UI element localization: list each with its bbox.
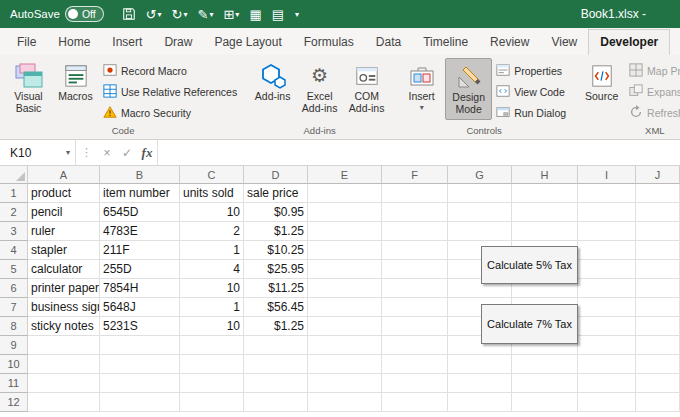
tab-page-layout[interactable]: Page Layout (203, 30, 292, 55)
insert-dropdown-icon[interactable]: ▾ (420, 103, 424, 112)
cell-D9[interactable] (244, 336, 308, 355)
column-header-H[interactable]: H (512, 166, 578, 184)
cell-J7[interactable] (636, 298, 680, 317)
cell-F7[interactable] (382, 298, 448, 317)
cell-C6[interactable]: 10 (180, 279, 244, 298)
view-code-button[interactable]: View Code (494, 83, 568, 100)
insert-control-button[interactable]: Insert ▾ (398, 58, 445, 120)
cell-E12[interactable] (308, 393, 382, 412)
cell-J3[interactable] (636, 222, 680, 241)
cell-D5[interactable]: $25.95 (244, 260, 308, 279)
column-header-F[interactable]: F (382, 166, 448, 184)
cell-F1[interactable] (382, 184, 448, 203)
cell-A5[interactable]: calculator (28, 260, 100, 279)
cell-G1[interactable] (448, 184, 512, 203)
cell-I8[interactable] (578, 317, 636, 336)
add-ins-button[interactable]: Add-ins (249, 58, 296, 120)
pen-icon[interactable]: ✎▾ (194, 3, 218, 25)
excel-add-ins-button[interactable]: ⚙ Excel Add-ins (296, 58, 343, 120)
cell-A6[interactable]: printer paper (28, 279, 100, 298)
cell-H3[interactable] (512, 222, 578, 241)
tab-timeline[interactable]: Timeline (412, 30, 479, 55)
cell-H10[interactable] (512, 355, 578, 374)
cell-C5[interactable]: 4 (180, 260, 244, 279)
row-header-11[interactable]: 11 (0, 374, 28, 393)
cell-F8[interactable] (382, 317, 448, 336)
cell-B7[interactable]: 5648J (100, 298, 180, 317)
cell-J6[interactable] (636, 279, 680, 298)
cell-A2[interactable]: pencil (28, 203, 100, 222)
formula-bar-splitter-icon[interactable]: ⋮ (76, 146, 97, 159)
cell-B4[interactable]: 211F (100, 241, 180, 260)
enter-icon[interactable]: ✓ (117, 146, 137, 160)
calculate-7-percent-tax-button[interactable]: Calculate 7% Tax (481, 304, 578, 344)
properties-button[interactable]: Properties (494, 62, 568, 79)
row-header-1[interactable]: 1 (0, 184, 28, 203)
cell-J9[interactable] (636, 336, 680, 355)
visual-basic-button[interactable]: Visual Basic (5, 58, 52, 120)
autosave-pill[interactable]: Off (65, 6, 104, 22)
cell-B10[interactable] (100, 355, 180, 374)
tab-view[interactable]: View (540, 30, 588, 55)
cell-E8[interactable] (308, 317, 382, 336)
cell-G2[interactable] (448, 203, 512, 222)
column-header-B[interactable]: B (100, 166, 180, 184)
cell-H1[interactable] (512, 184, 578, 203)
cell-A3[interactable]: ruler (28, 222, 100, 241)
cell-B9[interactable] (100, 336, 180, 355)
cell-F3[interactable] (382, 222, 448, 241)
cell-A1[interactable]: product (28, 184, 100, 203)
row-header-8[interactable]: 8 (0, 317, 28, 336)
cell-C2[interactable]: 10 (180, 203, 244, 222)
insert-function-icon[interactable]: fx (137, 145, 157, 161)
tab-review[interactable]: Review (479, 30, 540, 55)
cell-I9[interactable] (578, 336, 636, 355)
column-header-G[interactable]: G (448, 166, 512, 184)
row-header-10[interactable]: 10 (0, 355, 28, 374)
insert-table-icon[interactable]: ⊞▾ (219, 3, 243, 25)
cell-F4[interactable] (382, 241, 448, 260)
cell-I1[interactable] (578, 184, 636, 203)
save-icon[interactable] (118, 3, 140, 25)
cell-C9[interactable] (180, 336, 244, 355)
row-header-2[interactable]: 2 (0, 203, 28, 222)
cell-D3[interactable]: $1.25 (244, 222, 308, 241)
tab-insert[interactable]: Insert (101, 30, 153, 55)
cell-I11[interactable] (578, 374, 636, 393)
redo-dropdown-icon[interactable]: ▾ (184, 10, 188, 19)
sheet-view-icon[interactable]: ▤ (268, 3, 288, 25)
cell-C11[interactable] (180, 374, 244, 393)
cell-J1[interactable] (636, 184, 680, 203)
tab-data[interactable]: Data (365, 30, 412, 55)
cell-J5[interactable] (636, 260, 680, 279)
cell-H12[interactable] (512, 393, 578, 412)
tab-file[interactable]: File (6, 30, 47, 55)
table-dropdown-icon[interactable]: ▾ (235, 10, 239, 19)
expansion-packs-button[interactable]: Expansion Packs (627, 83, 680, 100)
calculate-5-percent-tax-button[interactable]: Calculate 5% Tax (481, 246, 578, 284)
macros-button[interactable]: Macros (52, 58, 99, 120)
column-header-E[interactable]: E (308, 166, 382, 184)
cell-F10[interactable] (382, 355, 448, 374)
cell-H2[interactable] (512, 203, 578, 222)
cell-A11[interactable] (28, 374, 100, 393)
cell-D4[interactable]: $10.25 (244, 241, 308, 260)
name-box-dropdown-icon[interactable]: ▾ (66, 148, 70, 157)
cell-H11[interactable] (512, 374, 578, 393)
row-header-5[interactable]: 5 (0, 260, 28, 279)
tab-developer[interactable]: Developer (588, 29, 670, 55)
cell-F2[interactable] (382, 203, 448, 222)
cell-F12[interactable] (382, 393, 448, 412)
run-dialog-button[interactable]: Run Dialog (494, 104, 568, 121)
cell-C12[interactable] (180, 393, 244, 412)
cell-E11[interactable] (308, 374, 382, 393)
cell-B3[interactable]: 4783E (100, 222, 180, 241)
source-button[interactable]: Source (578, 58, 625, 120)
cell-E4[interactable] (308, 241, 382, 260)
cell-A4[interactable]: stapler (28, 241, 100, 260)
cell-I3[interactable] (578, 222, 636, 241)
column-header-C[interactable]: C (180, 166, 244, 184)
cell-C1[interactable]: units sold (180, 184, 244, 203)
undo-dropdown-icon[interactable]: ▾ (158, 10, 162, 19)
cell-E6[interactable] (308, 279, 382, 298)
